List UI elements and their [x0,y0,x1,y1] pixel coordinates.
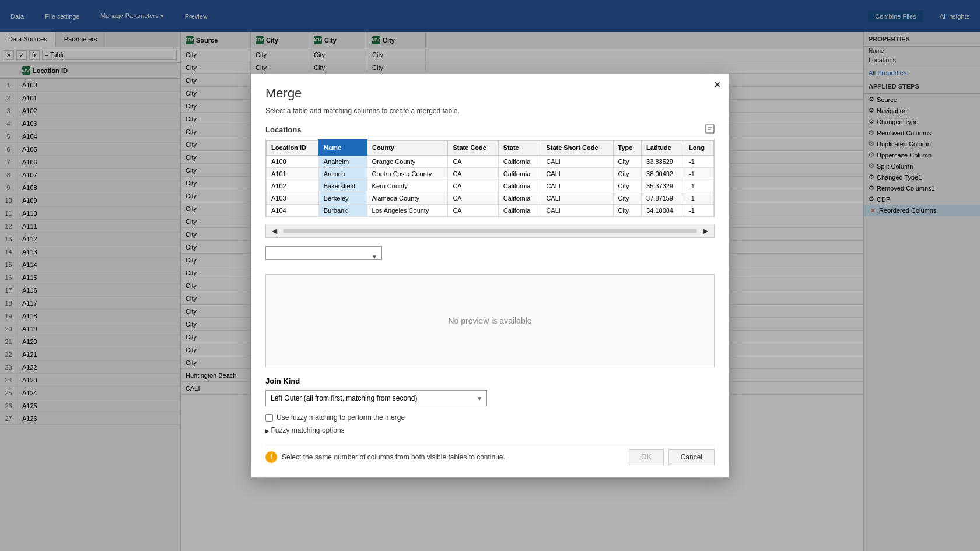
cell-location-id: A101 [267,168,319,180]
cell-type: City [613,155,642,168]
col-header-latitude[interactable]: Latitude [642,140,684,155]
modal-subtitle: Select a table and matching columns to c… [265,107,715,115]
cell-name: Antioch [318,168,367,180]
table-row: A104 Burbank Los Angeles County CA Calif… [267,205,714,217]
table-row: A102 Bakersfield Kern County CA Californ… [267,180,714,192]
ok-button[interactable]: OK [629,449,663,465]
col-header-location-id[interactable]: Location ID [267,140,319,155]
cell-name: Bakersfield [318,180,367,192]
modal-title: Merge [265,86,715,101]
cell-long: -1 [684,168,714,180]
merge-table: Location ID Name County State Code State… [266,139,714,217]
preview-text: No preview is available [448,316,531,325]
cell-state-code: CA [448,155,498,168]
cell-long: -1 [684,192,714,205]
preview-area: No preview is available [265,274,715,367]
cell-long: -1 [684,180,714,192]
fuzzy-checkbox-row: Use fuzzy matching to perform the merge [265,413,715,422]
cell-type: City [613,180,642,192]
cell-state-code: CA [448,180,498,192]
col-header-state-short-code[interactable]: State Short Code [541,140,613,155]
table-row: A101 Antioch Contra Costa County CA Cali… [267,168,714,180]
merge-table-container: Location ID Name County State Code State… [265,139,715,217]
modal-footer: ! Select the same number of columns from… [265,444,715,465]
second-table-select[interactable] [265,246,382,260]
cell-state: California [498,180,541,192]
col-header-state-code[interactable]: State Code [448,140,498,155]
cell-type: City [613,205,642,217]
table-scroll-row: ◀ ▶ [265,224,715,238]
cell-lat: 34.18084 [642,205,684,217]
cell-county: Kern County [367,180,448,192]
cell-county: Alameda County [367,192,448,205]
col-header-county[interactable]: County [367,140,448,155]
cell-state: California [498,168,541,180]
cell-location-id: A102 [267,180,319,192]
cell-short-code: CALI [541,168,613,180]
table-row: A103 Berkeley Alameda County CA Californ… [267,192,714,205]
cell-short-code: CALI [541,180,613,192]
cell-lat: 38.00492 [642,168,684,180]
modal-close-button[interactable]: ✕ [711,79,723,90]
fuzzy-checkbox-label: Use fuzzy matching to perform the merge [276,413,405,422]
warning-area: ! Select the same number of columns from… [265,451,505,463]
svg-rect-0 [706,125,714,133]
cell-short-code: CALI [541,192,613,205]
warning-text: Select the same number of columns from b… [282,453,505,461]
cell-long: -1 [684,155,714,168]
table-section-header: Locations [265,124,715,135]
second-table-select-wrapper [265,246,382,267]
footer-buttons: OK Cancel [629,449,715,465]
cell-name: Berkeley [318,192,367,205]
cell-county: Los Angeles County [367,205,448,217]
cell-long: -1 [684,205,714,217]
merge-modal: ✕ Merge Select a table and matching colu… [251,73,729,478]
cell-state: California [498,205,541,217]
scroll-track[interactable] [283,229,697,233]
join-kind-select[interactable]: Left Outer (all from first, matching fro… [265,390,487,406]
cell-state: California [498,155,541,168]
col-header-type[interactable]: Type [613,140,642,155]
cell-state: California [498,192,541,205]
fuzzy-options-toggle[interactable]: Fuzzy matching options [265,426,715,434]
col-header-state[interactable]: State [498,140,541,155]
cell-type: City [613,192,642,205]
scroll-left-btn[interactable]: ◀ [268,226,281,236]
scroll-right-btn[interactable]: ▶ [699,226,712,236]
cell-county: Orange County [367,155,448,168]
table-section-label: Locations [265,125,301,134]
cell-state-code: CA [448,192,498,205]
cell-name: Burbank [318,205,367,217]
export-icon[interactable] [705,124,715,135]
table-row: A100 Anaheim Orange County CA California… [267,155,714,168]
cell-type: City [613,168,642,180]
cell-short-code: CALI [541,205,613,217]
cell-county: Contra Costa County [367,168,448,180]
col-header-name[interactable]: Name [318,140,367,155]
modal-overlay: ✕ Merge Select a table and matching colu… [0,0,980,551]
cell-lat: 33.83529 [642,155,684,168]
cell-location-id: A100 [267,155,319,168]
cell-lat: 37.87159 [642,192,684,205]
join-kind-select-wrapper: Left Outer (all from first, matching fro… [265,390,487,406]
cell-lat: 35.37329 [642,180,684,192]
cell-short-code: CALI [541,155,613,168]
cell-location-id: A103 [267,192,319,205]
cell-location-id: A104 [267,205,319,217]
fuzzy-checkbox[interactable] [265,414,273,422]
cell-name: Anaheim [318,155,367,168]
cell-state-code: CA [448,205,498,217]
cancel-button[interactable]: Cancel [668,449,715,465]
join-kind-label: Join Kind [265,377,715,385]
cell-state-code: CA [448,168,498,180]
col-header-long[interactable]: Long [684,140,714,155]
warning-icon: ! [265,451,277,463]
